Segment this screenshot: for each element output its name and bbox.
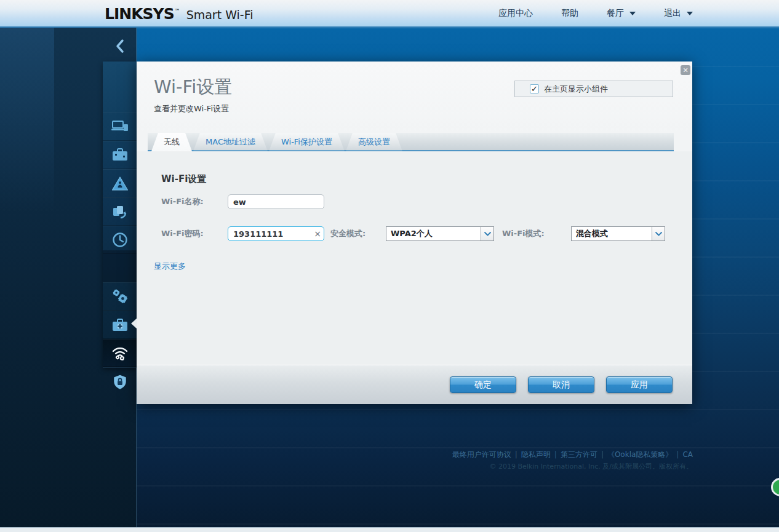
page-title: Wi-Fi设置: [154, 75, 232, 100]
sidebar-collapse-button[interactable]: [103, 34, 137, 58]
tab-mac-filtering[interactable]: MAC地址过滤: [193, 133, 268, 151]
screen: LINKSYS ™ Smart Wi-Fi 应用中心 帮助 餐厅 退出: [0, 0, 779, 532]
ok-button[interactable]: 确定: [450, 376, 516, 393]
show-widget-option: ✓ 在主页显示小组件: [514, 81, 673, 97]
link-eula[interactable]: 最终用户许可协议: [452, 450, 511, 459]
select-chevron-icon: [481, 227, 493, 240]
wifi-settings-modal: Wi-Fi设置 查看并更改Wi-Fi设置 ✓ 在主页显示小组件 ✕ 无线 MAC…: [137, 62, 692, 404]
sidebar-item-wireless[interactable]: [103, 339, 137, 367]
link-ookla-privacy[interactable]: 《Ookla隐私策略》: [607, 450, 673, 459]
tab-wireless[interactable]: 无线: [151, 133, 192, 151]
security-icon: [112, 374, 128, 390]
nav-app-center[interactable]: 应用中心: [498, 8, 533, 19]
wifi-password-field: ×: [228, 226, 324, 241]
back-chevron-icon: [115, 39, 125, 53]
troubleshooting-icon: [111, 317, 129, 333]
security-mode-label: 安全模式:: [330, 226, 366, 241]
page-background: Wi-Fi设置 查看并更改Wi-Fi设置 ✓ 在主页显示小组件 ✕ 无线 MAC…: [0, 28, 779, 532]
modal-content: Wi-Fi设置 Wi-Fi名称: Wi-Fi密码: × 安全模式: WPA2个人…: [137, 151, 692, 365]
chevron-down-icon: [629, 12, 636, 18]
wireless-icon: [110, 345, 130, 361]
logo-subtitle: Smart Wi-Fi: [186, 8, 254, 22]
tab-advanced-settings[interactable]: 高级设置: [346, 133, 402, 151]
media-prioritization-icon: [111, 204, 129, 220]
tab-strip: 无线 MAC地址过滤 Wi-Fi保护设置 高级设置: [137, 133, 692, 151]
trademark-symbol: ™: [175, 8, 180, 14]
show-widget-label: 在主页显示小组件: [544, 84, 608, 95]
sidebar-item-guest-access[interactable]: [103, 141, 137, 169]
section-heading: Wi-Fi设置: [161, 173, 206, 185]
show-widget-checkbox[interactable]: ✓: [530, 84, 539, 93]
wifi-password-label: Wi-Fi密码:: [161, 226, 204, 241]
connectivity-icon: [111, 288, 129, 305]
sidebar-item-media-prioritization[interactable]: [103, 197, 137, 226]
wifi-mode-label: Wi-Fi模式:: [502, 226, 545, 241]
clear-password-icon[interactable]: ×: [311, 229, 324, 239]
logo-text: LINKSYS: [105, 5, 174, 23]
active-item-pointer-icon: [131, 318, 137, 329]
nav-help[interactable]: 帮助: [561, 8, 578, 19]
sidebar-item-devices[interactable]: [103, 113, 137, 141]
sidebar: [103, 28, 137, 532]
link-third-party[interactable]: 第三方许可: [561, 450, 597, 459]
devices-icon: [111, 119, 129, 134]
guest-access-icon: [111, 148, 129, 162]
sidebar-item-speed-test[interactable]: [103, 226, 137, 254]
select-chevron-icon: [652, 227, 665, 240]
copyright-text: © 2019 Belkin International, Inc. 及/或其附属…: [452, 462, 693, 471]
top-bar: LINKSYS ™ Smart Wi-Fi 应用中心 帮助 餐厅 退出: [0, 0, 779, 28]
apply-button[interactable]: 应用: [606, 376, 673, 393]
page-subtitle: 查看并更改Wi-Fi设置: [154, 103, 229, 114]
tab-wifi-protected-setup[interactable]: Wi-Fi保护设置: [269, 133, 345, 151]
sidebar-item-parental-controls[interactable]: [103, 169, 137, 197]
close-icon: ✕: [682, 66, 688, 74]
speed-test-icon: [112, 232, 128, 248]
site-footer: 最终用户许可协议|隐私声明|第三方许可|《Ookla隐私策略》|CA © 201…: [452, 450, 693, 471]
close-button[interactable]: ✕: [681, 65, 690, 75]
link-privacy[interactable]: 隐私声明: [521, 450, 551, 459]
sidebar-item-security[interactable]: [103, 367, 137, 395]
security-mode-select[interactable]: WPA2个人: [386, 226, 494, 241]
legal-links: 最终用户许可协议|隐私声明|第三方许可|《Ookla隐私策略》|CA: [452, 450, 693, 460]
sidebar-item-connectivity[interactable]: [103, 282, 137, 311]
linksys-logo: LINKSYS ™ Smart Wi-Fi: [105, 5, 254, 23]
parental-controls-icon: [111, 176, 129, 191]
wifi-password-input[interactable]: [228, 229, 311, 239]
modal-footer: 确定 取消 应用: [137, 365, 692, 404]
top-nav: 应用中心 帮助 餐厅 退出: [498, 0, 693, 26]
nav-router-name-menu[interactable]: 餐厅: [607, 8, 636, 19]
link-ca[interactable]: CA: [682, 450, 693, 459]
wifi-name-label: Wi-Fi名称:: [161, 194, 204, 209]
chevron-down-icon: [687, 12, 693, 18]
modal-header: Wi-Fi设置 查看并更改Wi-Fi设置 ✓ 在主页显示小组件 ✕: [137, 62, 692, 133]
nav-logout-menu[interactable]: 退出: [664, 8, 693, 19]
wifi-mode-select[interactable]: 混合模式: [571, 226, 665, 241]
bottom-edge-bar: [0, 527, 779, 532]
cancel-button[interactable]: 取消: [528, 376, 594, 393]
wifi-name-input[interactable]: [228, 194, 324, 209]
show-more-link[interactable]: 显示更多: [154, 261, 186, 272]
